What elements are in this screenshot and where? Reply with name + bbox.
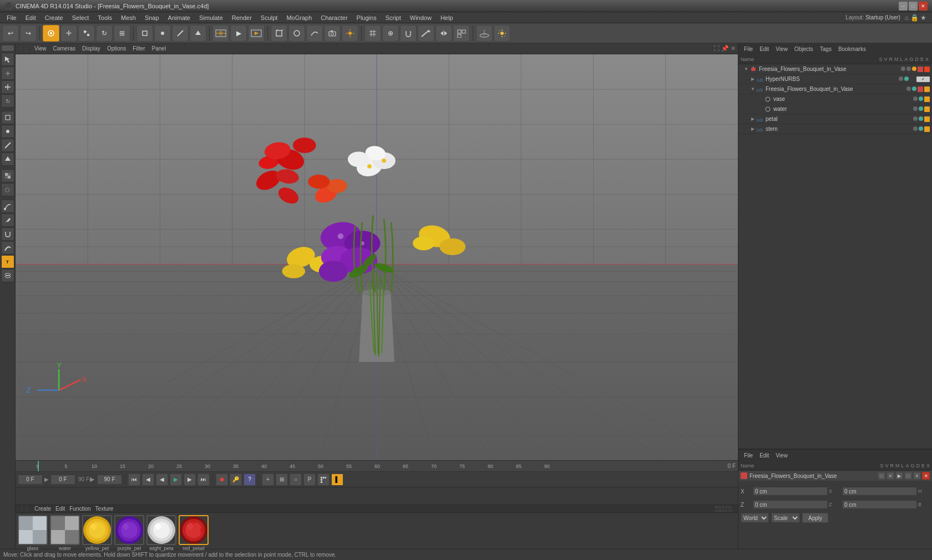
menu-render[interactable]: Render [227, 13, 256, 22]
menu-mesh[interactable]: Mesh [116, 13, 140, 22]
menu-animate[interactable]: Animate [164, 13, 195, 22]
obj-row-water[interactable]: ▶ water [738, 104, 932, 114]
current-frame-input[interactable] [50, 475, 75, 485]
point-mode-side-btn[interactable] [1, 125, 14, 138]
window-controls[interactable]: ─ □ ✕ [899, 2, 928, 11]
attr-ctrl-2[interactable]: ≡ [887, 472, 894, 480]
snap-btn[interactable]: ⊕ [382, 25, 399, 42]
goto-start-btn[interactable]: ⏮ [128, 474, 140, 486]
mat-menu-texture[interactable]: Texture [95, 506, 114, 512]
attr-selected-object-row[interactable]: Freesia_Flowers_Bouquet_in_Vase □ ≡ ▶ □ … [738, 471, 932, 481]
menu-file[interactable]: File [2, 13, 21, 22]
add-key-btn[interactable]: + [262, 474, 274, 486]
viewport[interactable]: Perspective [16, 54, 738, 460]
param-btn[interactable]: P [303, 474, 316, 486]
home-icon[interactable]: ⌂ [905, 14, 909, 22]
attr-menu-view[interactable]: View [772, 451, 791, 460]
attr-coord-system-select[interactable]: World Object Local [741, 513, 769, 523]
mat-red-petal[interactable]: red_petail [179, 515, 209, 551]
vp-close-icon[interactable]: ✕ [731, 45, 736, 52]
vp-menu-options[interactable]: Options [104, 44, 129, 53]
vp-menu-view[interactable]: View [31, 44, 50, 53]
obj-menu-view[interactable]: View [772, 45, 791, 53]
select-tool-btn[interactable] [1, 53, 14, 66]
menu-mograph[interactable]: MoGraph [282, 13, 316, 22]
menu-window[interactable]: Window [406, 13, 436, 22]
obj-row-bouquet[interactable]: ▼ LO Freesia_Flowers_Bouquet_in_Vase [738, 84, 932, 94]
menu-create[interactable]: Create [40, 13, 68, 22]
attr-menu-file[interactable]: File [741, 451, 756, 460]
menu-help[interactable]: Help [436, 13, 458, 22]
timeline-help-btn[interactable]: ? [244, 474, 256, 486]
light-btn[interactable] [342, 25, 358, 42]
array-btn[interactable] [453, 25, 470, 42]
render-region-btn[interactable] [212, 25, 229, 42]
object-mode-btn[interactable] [1, 111, 14, 124]
vp-menu-display[interactable]: Display [79, 44, 104, 53]
knife-tool-btn[interactable] [1, 213, 14, 227]
powerslider-btn[interactable]: ▌ [331, 474, 343, 486]
mat-white-petal[interactable]: wight_peta [146, 515, 176, 551]
vp-menu-filter[interactable]: Filter [129, 44, 148, 53]
attr-ctrl-1[interactable]: □ [878, 472, 885, 480]
rotate-btn[interactable]: ↻ [96, 25, 113, 42]
undo-btn[interactable]: ↩ [2, 25, 19, 42]
sphere-btn[interactable] [288, 25, 305, 42]
play-btn[interactable]: ▶ [170, 474, 182, 486]
end-frame-input[interactable] [97, 475, 122, 485]
attr-input-x-rot[interactable] [842, 487, 917, 496]
attr-ctrl-delete[interactable]: ✕ [922, 472, 930, 480]
dope-sheet-btn[interactable] [317, 474, 330, 486]
motion-record-btn[interactable]: ○ [290, 474, 302, 486]
maximize-btn[interactable]: □ [909, 2, 918, 11]
menu-select[interactable]: Select [68, 13, 94, 22]
mat-menu-create[interactable]: Create [34, 506, 51, 512]
move-btn[interactable]: ✛ [60, 25, 77, 42]
polygon-mode-btn[interactable] [190, 25, 206, 42]
mat-yellow-petal[interactable]: yellow_pet [82, 515, 112, 551]
obj-expand-stem[interactable]: ▶ [749, 126, 756, 133]
texture-mode-btn[interactable] [1, 169, 14, 182]
start-frame-input[interactable] [18, 475, 43, 485]
redo-btn[interactable]: ↪ [20, 25, 37, 42]
obj-menu-edit[interactable]: Edit [756, 45, 772, 53]
obj-menu-file[interactable]: File [741, 45, 756, 53]
mat-water[interactable]: water [50, 515, 80, 551]
edge-mode-side-btn[interactable] [1, 139, 14, 152]
menu-sculpt[interactable]: Sculpt [256, 13, 282, 22]
tag-btn[interactable]: T [1, 255, 14, 268]
obj-menu-objects[interactable]: Objects [791, 45, 817, 53]
cube-btn[interactable] [271, 25, 287, 42]
attr-input-x-pos[interactable] [753, 487, 828, 496]
prev-frame-btn[interactable]: ◀ [142, 474, 154, 486]
bookmark-icon[interactable]: ★ [920, 14, 926, 22]
obj-menu-bookmarks[interactable]: Bookmarks [835, 45, 869, 53]
attr-ctrl-5[interactable]: ≡ [913, 472, 921, 480]
polygon-mode-side-btn[interactable] [1, 152, 14, 166]
vp-expand-icon[interactable]: ⛶ [713, 45, 720, 52]
mat-menu-edit[interactable]: Edit [55, 506, 65, 512]
scale-tool-btn[interactable] [1, 80, 14, 94]
transform-btn[interactable]: ⊞ [114, 25, 130, 42]
attr-input-z-rot[interactable] [842, 500, 917, 509]
menu-edit[interactable]: Edit [21, 13, 40, 22]
attr-apply-btn[interactable]: Apply [802, 513, 828, 523]
lock-icon[interactable]: 🔒 [910, 14, 919, 22]
mat-menu-function[interactable]: Function [69, 506, 90, 512]
play-reverse-btn[interactable]: ◀ [156, 474, 168, 486]
obj-row-stem[interactable]: ▶ LO stem [738, 124, 932, 134]
obj-expand-bouquet[interactable]: ▼ [749, 86, 756, 93]
magnet-tool-btn[interactable] [1, 227, 14, 241]
mat-glass[interactable]: glass [18, 515, 48, 551]
mat-purple-petal[interactable]: purple_pet [114, 515, 144, 551]
render-view-btn[interactable]: ▶ [230, 25, 247, 42]
knife-btn[interactable] [418, 25, 434, 42]
obj-row-hypernurbs[interactable]: ▶ LO HyperNURBS ✓ [738, 74, 932, 84]
vp-menu-cameras[interactable]: Cameras [50, 44, 79, 53]
menu-script[interactable]: Script [381, 13, 406, 22]
play-forward-btn[interactable]: ▶ [184, 474, 196, 486]
sidebar-handle[interactable] [2, 45, 14, 51]
attr-ctrl-3[interactable]: ▶ [895, 472, 903, 480]
goto-end-btn[interactable]: ⏭ [197, 474, 210, 486]
magnet-btn[interactable] [400, 25, 417, 42]
